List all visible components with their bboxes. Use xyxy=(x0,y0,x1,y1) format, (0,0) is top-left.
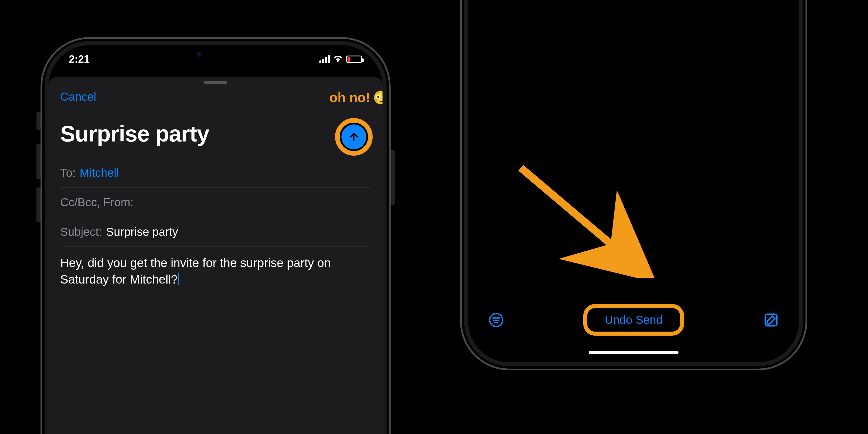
cc-bcc-from-label: Cc/Bcc, From: xyxy=(60,196,133,209)
text-cursor xyxy=(178,273,179,285)
subject-value[interactable]: Surprise party xyxy=(106,225,178,239)
sheet-grabber[interactable] xyxy=(204,81,227,84)
compose-title: Surprise party xyxy=(60,121,371,147)
volume-up-button xyxy=(36,144,40,179)
mute-switch xyxy=(36,112,40,130)
cancel-button[interactable]: Cancel xyxy=(60,90,96,103)
mail-toolbar: Undo Send xyxy=(468,304,799,336)
annotation-callout: oh no! 😳 xyxy=(330,90,383,105)
svg-line-2 xyxy=(521,168,633,263)
undo-send-button[interactable]: Undo Send xyxy=(595,309,673,331)
filter-icon[interactable] xyxy=(488,312,504,328)
undo-send-highlight: Undo Send xyxy=(583,304,684,336)
to-recipient[interactable]: Mitchell xyxy=(80,166,119,179)
send-button[interactable] xyxy=(341,124,366,149)
annotation-arrow xyxy=(509,162,660,278)
cc-bcc-from-row[interactable]: Cc/Bcc, From: xyxy=(60,187,371,217)
phone-frame: 2:21 Cancel oh no! xyxy=(40,37,391,434)
callout-text: oh no! xyxy=(330,90,370,105)
flushed-face-emoji: 😳 xyxy=(373,90,382,105)
phone-compose-screenshot: 2:21 Cancel oh no! xyxy=(40,37,391,434)
to-field-row[interactable]: To: Mitchell xyxy=(60,158,371,187)
compose-sheet: Cancel oh no! 😳 Surprise par xyxy=(49,77,382,434)
volume-down-button xyxy=(36,187,40,222)
send-button-highlight xyxy=(335,118,373,156)
subject-row[interactable]: Subject: Surprise party xyxy=(60,217,371,247)
cellular-signal-icon xyxy=(319,55,330,63)
to-label: To: xyxy=(60,166,75,179)
power-button xyxy=(391,150,395,205)
battery-icon xyxy=(346,56,362,63)
phone-screen: 2:21 Cancel oh no! xyxy=(49,45,382,434)
compose-icon[interactable] xyxy=(763,312,779,328)
arrow-up-icon xyxy=(348,131,360,143)
subject-label: Subject: xyxy=(60,225,102,239)
notch xyxy=(162,45,269,63)
phone-undo-screenshot: Undo Send xyxy=(460,0,807,394)
status-time: 2:21 xyxy=(69,53,90,65)
body-text: Hey, did you get the invite for the surp… xyxy=(60,256,331,286)
wifi-icon xyxy=(333,54,343,64)
home-indicator[interactable] xyxy=(589,351,679,354)
email-body[interactable]: Hey, did you get the invite for the surp… xyxy=(60,247,371,288)
